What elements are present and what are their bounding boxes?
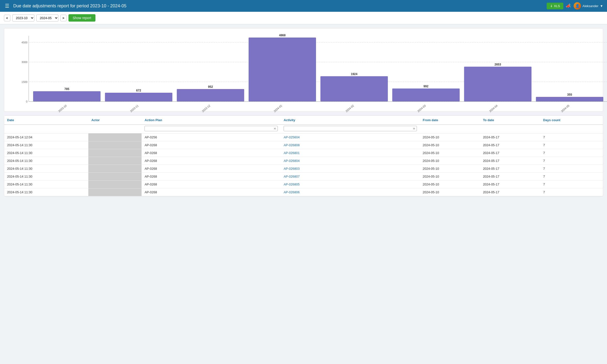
col-filter-activity[interactable]: ✕ [281, 125, 420, 133]
col-filter-days_count [540, 125, 603, 133]
svg-text:672: 672 [136, 89, 141, 92]
table-row: 2024-05-14 11:30██████AP-0268AP-02680620… [4, 188, 603, 196]
cell-activity-0[interactable]: AP-025604 [281, 133, 420, 141]
col-filter-action_plan[interactable]: ✕ [142, 125, 281, 133]
col-filter-to_date [480, 125, 540, 133]
cell-to_date-5: 2024-05-17 [480, 173, 540, 181]
col-header-actor: Actor [88, 116, 142, 125]
to-period-select[interactable]: 2023-072023-082023-092023-102023-112023-… [36, 14, 58, 22]
col-filter-actor [88, 125, 142, 133]
cell-activity-2[interactable]: AP-026801 [281, 149, 420, 157]
download-icon: ⇓ [550, 4, 553, 8]
table-header-row: DateActorAction PlanActivityFrom dateTo … [4, 116, 603, 125]
export-xls-button[interactable]: ⇓ XLS [547, 3, 564, 9]
cell-action_plan-1: AP-0268 [142, 141, 281, 149]
col-header-action_plan: Action Plan [142, 116, 281, 125]
svg-rect-11 [105, 93, 172, 102]
adjustments-table: DateActorAction PlanActivityFrom dateTo … [4, 116, 603, 196]
toolbar: < 2023-072023-082023-092023-102023-11202… [0, 12, 607, 24]
svg-rect-14 [177, 89, 244, 102]
table-row: 2024-05-14 12:04██████AP-0256AP-02560420… [4, 133, 603, 141]
cell-from_date-1: 2024-05-10 [420, 141, 480, 149]
svg-text:2024-02: 2024-02 [345, 104, 355, 113]
app-header: ☰ Due date adjustments report for period… [0, 0, 607, 12]
cell-to_date-7: 2024-05-17 [480, 188, 540, 196]
svg-rect-8 [33, 91, 101, 102]
cell-actor-5: ██████ [88, 173, 142, 181]
svg-text:1500: 1500 [22, 80, 27, 83]
svg-text:2023-10: 2023-10 [58, 104, 67, 113]
svg-text:2024-03: 2024-03 [417, 104, 426, 113]
svg-text:1924: 1924 [351, 72, 357, 76]
cell-days_count-2: 7 [540, 149, 603, 157]
filter-input-activity[interactable] [284, 126, 411, 131]
filter-input-action_plan[interactable] [145, 126, 272, 131]
prev-period-button[interactable]: < [4, 15, 10, 21]
cell-activity-6[interactable]: AP-026805 [281, 181, 420, 188]
cell-date-7: 2024-05-14 11:30 [4, 188, 88, 196]
cell-actor-0: ██████ [88, 133, 142, 141]
cell-actor-6: ██████ [88, 181, 142, 188]
notification-icon[interactable]: 📣 [566, 3, 571, 9]
show-report-button[interactable]: Show report [68, 14, 95, 22]
table-row: 2024-05-14 11:30██████AP-0268AP-02680520… [4, 181, 603, 188]
hamburger-menu-button[interactable]: ☰ [4, 3, 10, 9]
svg-text:2024-04: 2024-04 [489, 104, 498, 113]
activity-link-1[interactable]: AP-026808 [284, 143, 300, 147]
cell-activity-7[interactable]: AP-026806 [281, 188, 420, 196]
filter-clear-action_plan[interactable]: ✕ [272, 126, 277, 131]
svg-text:785: 785 [64, 87, 69, 91]
cell-activity-1[interactable]: AP-026808 [281, 141, 420, 149]
activity-link-7[interactable]: AP-026806 [284, 190, 300, 194]
next-period-button[interactable]: > [60, 15, 67, 21]
col-header-from_date: From date [420, 116, 480, 125]
cell-action_plan-2: AP-0268 [142, 149, 281, 157]
cell-actor-7: ██████ [88, 188, 142, 196]
avatar: 👤 [574, 2, 581, 10]
cell-action_plan-6: AP-0268 [142, 181, 281, 188]
chevron-down-icon: ▼ [600, 4, 603, 8]
svg-text:4868: 4868 [279, 34, 286, 37]
cell-action_plan-3: AP-0268 [142, 157, 281, 165]
cell-to_date-4: 2024-05-17 [480, 165, 540, 173]
activity-link-5[interactable]: AP-026807 [284, 175, 300, 178]
svg-text:4500: 4500 [22, 41, 27, 44]
svg-text:3000: 3000 [22, 61, 27, 64]
cell-action_plan-5: AP-0268 [142, 173, 281, 181]
svg-text:2024-01: 2024-01 [273, 104, 283, 113]
col-filter-from_date [420, 125, 480, 133]
activity-link-3[interactable]: AP-026804 [284, 159, 300, 163]
from-period-select[interactable]: 2023-072023-082023-092023-102023-112023-… [12, 14, 34, 22]
header-actions: ⇓ XLS 📣 👤 Aleksander ▼ [547, 2, 603, 10]
svg-text:0: 0 [26, 100, 27, 103]
cell-activity-4[interactable]: AP-026803 [281, 165, 420, 173]
cell-days_count-6: 7 [540, 181, 603, 188]
activity-link-6[interactable]: AP-026805 [284, 182, 300, 186]
svg-rect-29 [536, 97, 603, 102]
cell-actor-2: ██████ [88, 149, 142, 157]
filter-clear-activity[interactable]: ✕ [411, 126, 417, 131]
svg-rect-23 [392, 89, 460, 102]
cell-from_date-5: 2024-05-10 [420, 173, 480, 181]
data-table-section: DateActorAction PlanActivityFrom dateTo … [4, 116, 603, 196]
activity-link-2[interactable]: AP-026801 [284, 151, 300, 155]
activity-link-0[interactable]: AP-025604 [284, 135, 300, 139]
cell-date-6: 2024-05-14 11:30 [4, 181, 88, 188]
cell-activity-3[interactable]: AP-026804 [281, 157, 420, 165]
table-row: 2024-05-14 11:30██████AP-0268AP-02680420… [4, 157, 603, 165]
table-row: 2024-05-14 11:30██████AP-0268AP-02680320… [4, 165, 603, 173]
col-filter-date [4, 125, 88, 133]
svg-text:2023-11: 2023-11 [130, 104, 139, 113]
user-menu[interactable]: 👤 Aleksander ▼ [574, 2, 603, 10]
cell-activity-5[interactable]: AP-026807 [281, 173, 420, 181]
cell-date-0: 2024-05-14 12:04 [4, 133, 88, 141]
svg-text:992: 992 [423, 85, 428, 88]
activity-link-4[interactable]: AP-026803 [284, 167, 300, 170]
svg-text:355: 355 [567, 93, 572, 96]
filter-wrapper-action_plan: ✕ [145, 126, 278, 131]
cell-action_plan-4: AP-0268 [142, 165, 281, 173]
table-row: 2024-05-14 11:30██████AP-0268AP-02680720… [4, 173, 603, 181]
cell-to_date-2: 2024-05-17 [480, 149, 540, 157]
svg-rect-17 [249, 38, 316, 102]
cell-from_date-2: 2024-05-10 [420, 149, 480, 157]
